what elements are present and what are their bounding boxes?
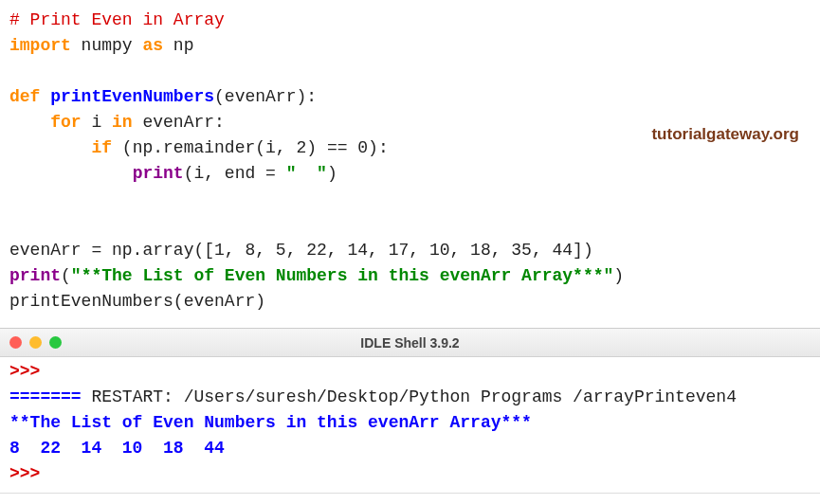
txt: ) bbox=[613, 266, 624, 285]
shell-restart-line: ======= RESTART: /Users/suresh/Desktop/P… bbox=[9, 385, 811, 410]
kw-as: as bbox=[142, 36, 163, 55]
kw-in: in bbox=[112, 113, 133, 132]
string: "**The List of Even Numbers in this even… bbox=[71, 266, 614, 285]
txt: ) bbox=[327, 164, 337, 183]
txt: numpy bbox=[71, 36, 143, 55]
func-name: printEvenNumbers bbox=[40, 87, 214, 106]
txt: ) == bbox=[306, 138, 357, 157]
kw-for: for bbox=[9, 113, 82, 132]
num: 0 bbox=[357, 138, 368, 157]
txt: np bbox=[163, 36, 193, 55]
code-line-4: def printEvenNumbers(evenArr): bbox=[9, 84, 811, 110]
window-title: IDLE Shell 3.9.2 bbox=[0, 335, 820, 351]
code-line-12: printEvenNumbers(evenArr) bbox=[9, 289, 811, 315]
comment: # Print Even in Array bbox=[9, 10, 225, 29]
shell-prompt[interactable]: >>> bbox=[9, 461, 811, 487]
txt: ( bbox=[61, 266, 71, 285]
kw-if: if bbox=[9, 138, 112, 157]
shell-output[interactable]: >>> ======= RESTART: /Users/suresh/Deskt… bbox=[0, 357, 820, 493]
txt: (i, end = bbox=[184, 164, 286, 183]
output-text: 8 22 14 10 18 44 bbox=[9, 439, 225, 458]
txt: i bbox=[82, 113, 112, 132]
blank-line bbox=[9, 59, 811, 84]
num: 2 bbox=[296, 138, 306, 157]
close-icon[interactable] bbox=[9, 336, 22, 349]
string: " " bbox=[286, 164, 327, 183]
builtin-print: print bbox=[9, 266, 61, 285]
txt: evenArr = np.array([ bbox=[9, 241, 214, 260]
output-text: **The List of Even Numbers in this evenA… bbox=[9, 413, 532, 432]
txt: ]) bbox=[573, 241, 593, 260]
txt: evenArr: bbox=[133, 113, 225, 132]
txt: printEvenNumbers(evenArr) bbox=[9, 292, 265, 311]
shell-output-line-1: **The List of Even Numbers in this evenA… bbox=[9, 410, 811, 436]
txt: (evenArr): bbox=[214, 87, 317, 106]
shell-output-line-2: 8 22 14 10 18 44 bbox=[9, 436, 811, 461]
traffic-lights bbox=[9, 336, 62, 349]
window-titlebar[interactable]: IDLE Shell 3.9.2 bbox=[0, 329, 820, 357]
nums: 1, 8, 5, 22, 14, 17, 10, 18, 35, 44 bbox=[214, 241, 573, 260]
blank-line bbox=[9, 212, 811, 238]
maximize-icon[interactable] bbox=[49, 336, 62, 349]
minimize-icon[interactable] bbox=[29, 336, 42, 349]
separator: ======= bbox=[9, 387, 91, 406]
code-line-11: print("**The List of Even Numbers in thi… bbox=[9, 263, 811, 289]
shell-prompt: >>> bbox=[9, 359, 811, 385]
code-line-2: import numpy as np bbox=[9, 33, 811, 59]
code-line-10: evenArr = np.array([1, 8, 5, 22, 14, 17,… bbox=[9, 238, 811, 263]
prompt-marker: >>> bbox=[9, 362, 40, 381]
builtin-print: print bbox=[133, 164, 184, 183]
kw-import: import bbox=[9, 36, 71, 55]
restart-path: RESTART: /Users/suresh/Desktop/Python Pr… bbox=[91, 387, 737, 406]
txt: (np.remainder(i, bbox=[112, 138, 296, 157]
watermark: tutorialgateway.org bbox=[651, 125, 799, 144]
kw-def: def bbox=[9, 87, 40, 106]
prompt-marker: >>> bbox=[9, 464, 50, 483]
idle-shell-window: IDLE Shell 3.9.2 >>> ======= RESTART: /U… bbox=[0, 328, 820, 494]
blank-line bbox=[9, 187, 811, 212]
code-editor: # Print Even in Array import numpy as np… bbox=[0, 0, 820, 315]
code-line-7: print(i, end = " ") bbox=[9, 161, 811, 187]
txt: ): bbox=[368, 138, 389, 157]
indent bbox=[9, 164, 133, 183]
code-line-1: # Print Even in Array bbox=[9, 8, 811, 33]
